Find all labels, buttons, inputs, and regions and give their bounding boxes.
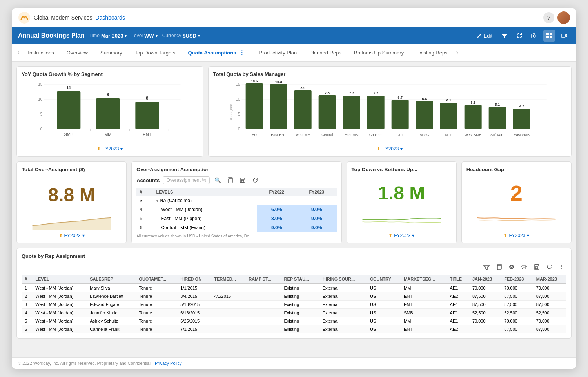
table-row[interactable]: 2West - MM (Jordan)Lawrence BartlettTenu… — [22, 292, 566, 301]
table-row[interactable]: 3 ▾NA (Carlesimo) — [136, 196, 336, 205]
topdown-period[interactable]: ⬆ FY2023 ▾ — [388, 233, 414, 238]
th-termed: TERMED... — [211, 275, 245, 284]
svg-rect-37 — [245, 83, 263, 129]
svg-text:6.7: 6.7 — [397, 96, 403, 100]
quota-chart-footer: ⬆ FY2023 ▾ — [213, 146, 566, 152]
tab-next-button[interactable]: › — [454, 49, 461, 56]
rep-filter-icon[interactable] — [482, 262, 491, 272]
search-icon[interactable]: 🔍 — [213, 176, 222, 185]
overassignment-select[interactable]: Overassignment % — [163, 176, 210, 184]
filter-pin-icon5: ⬆ — [503, 233, 507, 238]
quota-period-selector[interactable]: ⬆ FY2023 ▾ — [377, 146, 403, 152]
rep-more-icon[interactable]: ⋮ — [557, 262, 566, 272]
yoy-chart-footer: ⬆ FY2023 ▾ — [22, 146, 198, 152]
th-country: COUNTRY — [367, 275, 401, 284]
tab-productivity-plan[interactable]: Productivity Plan — [252, 44, 303, 62]
rep-settings-icon[interactable] — [519, 262, 529, 272]
currency-value: $USD — [183, 33, 196, 39]
table-footer-note: All currency values shown in USD - Unite… — [136, 234, 336, 238]
privacy-link[interactable]: Privacy Policy — [155, 361, 181, 366]
tab-top-down[interactable]: Top Down Targets — [129, 44, 182, 62]
th-hiring: HIRING SOUR... — [319, 275, 367, 284]
headcount-period[interactable]: ⬆ FY2023 ▾ — [503, 233, 529, 238]
svg-rect-6 — [550, 36, 552, 38]
topdown-dropdown-icon[interactable]: ▾ — [412, 233, 414, 238]
edit-button[interactable]: Edit — [474, 31, 495, 40]
svg-text:West-MM: West-MM — [295, 133, 310, 137]
tab-existing-reps[interactable]: Existing Reps — [410, 44, 454, 62]
tab-bottoms-up[interactable]: Bottoms Up Summary — [348, 44, 410, 62]
currency-filter[interactable]: Currency $USD ▾ — [162, 33, 200, 39]
svg-rect-77 — [497, 265, 501, 270]
over-assignment-mini-chart — [25, 210, 118, 230]
yoy-quota-growth-card: YoY Quota Growth % by Segment 15 10 5 0 — [16, 66, 203, 157]
app-footer: © 2022 Workday, Inc. All rights reserved… — [12, 357, 576, 369]
grid-icon[interactable] — [543, 30, 555, 42]
rep-view-icon[interactable] — [507, 262, 516, 272]
total-over-assignment-card: Total Over-Assignment ($) 8.8 M ⬆ FY2023… — [16, 161, 127, 243]
over-assignment-period[interactable]: ⬆ FY2023 ▾ — [59, 233, 85, 238]
table-row[interactable]: 5 East - MM (Pippen) 8.0% 9.0% — [136, 214, 336, 223]
tab-summary[interactable]: Summary — [94, 44, 129, 62]
quota-period-dropdown-icon[interactable]: ▾ — [400, 146, 403, 152]
svg-text:NFP: NFP — [445, 133, 452, 137]
copy-icon[interactable] — [225, 176, 235, 185]
svg-rect-22 — [135, 102, 159, 129]
svg-text:APAC: APAC — [419, 133, 429, 137]
over-assignment-dropdown-icon[interactable]: ▾ — [82, 233, 85, 238]
camera-icon[interactable] — [528, 30, 540, 42]
yoy-bar-chart-svg: 15 10 5 0 11 SMB — [22, 80, 198, 143]
table-row[interactable]: 6 Central - MM (Ewing) 9.0% 9.0% — [136, 223, 336, 232]
time-filter[interactable]: Time Mar-2023 ▾ — [89, 33, 127, 39]
topdown-value: 1.8 M — [352, 176, 452, 210]
rep-copy-icon[interactable] — [494, 262, 504, 272]
video-icon[interactable] — [558, 30, 570, 42]
table-row[interactable]: 1West - MM (Jordan)Mary SilvaTenure1/1/2… — [22, 284, 566, 292]
tab-quota-assumptions[interactable]: Quota Assumptions ⋮ — [181, 44, 252, 62]
svg-point-79 — [511, 266, 512, 268]
svg-text:5: 5 — [40, 112, 43, 116]
currency-dropdown-icon[interactable]: ▾ — [198, 34, 200, 38]
nav-dashboards-link[interactable]: Dashboards — [95, 14, 125, 21]
quota-rep-data-table: # LEVEL SALESREP QUOTAMET... HIRED ON TE… — [22, 275, 566, 334]
th-repstau: REP STAU... — [281, 275, 319, 284]
level-dropdown-icon[interactable]: ▾ — [156, 34, 158, 38]
table-row[interactable]: 4West - MM (Jordan)Jennifer KinderTenure… — [22, 309, 566, 317]
th-salesrep: SALESREP — [87, 275, 136, 284]
rep-refresh-icon[interactable] — [544, 262, 554, 272]
refresh-icon[interactable] — [514, 30, 525, 42]
tab-instructions[interactable]: Instructions — [22, 44, 60, 62]
save-icon[interactable] — [238, 176, 247, 185]
table-row[interactable]: 6West - MM (Jordan)Carmella FrankTenure7… — [22, 325, 566, 334]
svg-text:West-SMB: West-SMB — [465, 133, 481, 137]
level-value: WW — [144, 33, 154, 39]
col-accounts-label: Accounts — [136, 178, 160, 183]
period-dropdown-icon[interactable]: ▾ — [120, 146, 123, 152]
table-row[interactable]: 5West - MM (Jordan)Ashley SchultzTenure6… — [22, 317, 566, 325]
tab-overview[interactable]: Overview — [60, 44, 94, 62]
table-row[interactable]: 3West - MM (Jordan)Edward FugateTenure5/… — [22, 301, 566, 309]
help-icon[interactable]: ? — [543, 12, 554, 23]
svg-text:8.9: 8.9 — [300, 86, 305, 90]
svg-text:East-SMB: East-SMB — [514, 133, 530, 137]
topdown-mini-chart — [355, 210, 448, 230]
headcount-dropdown-icon[interactable]: ▾ — [527, 233, 529, 238]
svg-rect-75 — [241, 180, 244, 182]
topdown-title: Top Down vs Bottoms Up... — [352, 167, 452, 172]
tab-planned-reps[interactable]: Planned Reps — [303, 44, 348, 62]
th-quotamet: QUOTAMET... — [136, 275, 177, 284]
table-row[interactable]: 4 West - MM (Jordan) 6.0% 9.0% — [136, 205, 336, 214]
user-avatar[interactable] — [557, 11, 570, 24]
tab-prev-button[interactable]: ‹ — [15, 49, 22, 56]
yoy-period-selector[interactable]: ⬆ FY2023 ▾ — [97, 146, 123, 152]
svg-text:EU: EU — [252, 133, 257, 137]
col-fy2022: FY2022 — [257, 188, 297, 196]
time-dropdown-icon[interactable]: ▾ — [125, 34, 127, 38]
refresh-table-icon[interactable] — [250, 176, 260, 185]
level-filter[interactable]: Level WW ▾ — [131, 33, 157, 39]
level-label: Level — [131, 33, 143, 38]
filter-icon[interactable] — [499, 30, 510, 42]
tab-dots-icon[interactable]: ⋮ — [238, 49, 246, 56]
col-fy2023: FY2023 — [297, 188, 337, 196]
rep-save-icon[interactable] — [532, 262, 541, 272]
